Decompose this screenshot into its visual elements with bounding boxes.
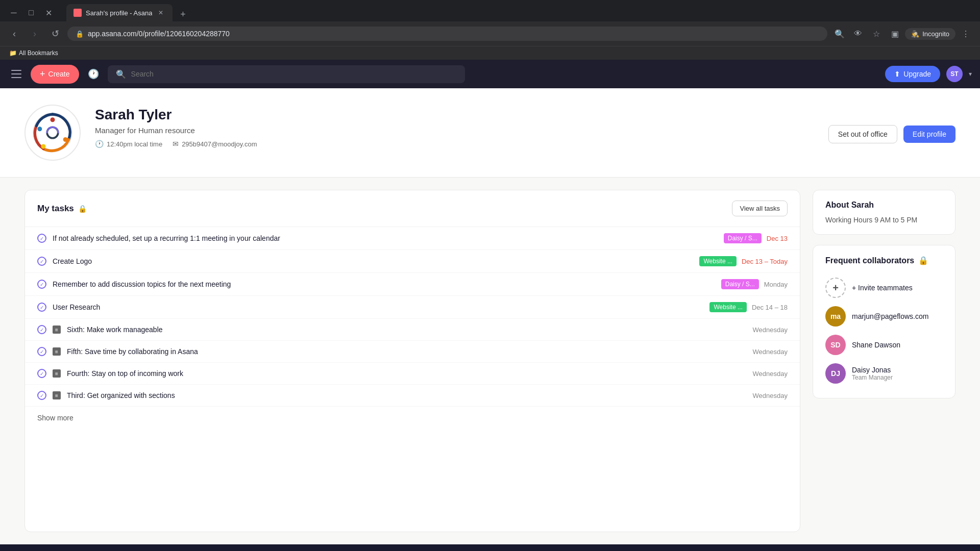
search-input[interactable] — [131, 70, 457, 78]
task-meta: Wednesday — [753, 326, 788, 334]
task-item: Remember to add discussion topics for th… — [25, 273, 800, 296]
task-meta: Wednesday — [753, 348, 788, 356]
task-meta: Website ...Dec 13 – Today — [699, 256, 788, 266]
tasks-title-text: My tasks — [37, 204, 74, 214]
task-item: If not already scheduled, set up a recur… — [25, 227, 800, 250]
bookmarks-folder[interactable]: 📁 All Bookmarks — [6, 48, 61, 58]
svg-point-9 — [41, 144, 46, 149]
reload-button[interactable]: ↺ — [47, 26, 63, 42]
task-checkbox[interactable] — [37, 369, 46, 378]
tab-close-button[interactable]: ✕ — [156, 8, 165, 17]
task-item: ≡Third: Get organized with sectionsWedne… — [25, 385, 800, 407]
bookmarks-bar: 📁 All Bookmarks — [0, 46, 980, 60]
lens-button[interactable]: 👁 — [850, 26, 866, 42]
toolbar-icons: 🔍 👁 ☆ ▣ 🕵 Incognito ⋮ — [831, 26, 974, 42]
task-checkbox[interactable] — [37, 325, 46, 334]
task-type-icon: ≡ — [53, 347, 61, 356]
minimize-button[interactable]: ─ — [6, 5, 21, 20]
working-hours: Working Hours 9 AM to 5 PM — [825, 216, 943, 224]
profile-content: Sarah Tyler Manager for Human resource 🕐… — [0, 88, 980, 544]
view-all-tasks-button[interactable]: View all tasks — [732, 201, 788, 216]
show-more-button[interactable]: Show more — [25, 407, 800, 429]
profile-header: Sarah Tyler Manager for Human resource 🕐… — [0, 88, 980, 178]
upgrade-button[interactable]: ⬆ Upgrade — [885, 66, 940, 82]
task-tag: Website ... — [709, 302, 746, 312]
task-checkbox[interactable] — [37, 391, 46, 400]
profile-email-address: 295b9407@moodjoy.com — [182, 140, 257, 148]
task-name: Fourth: Stay on top of incoming work — [67, 369, 747, 378]
sidebar-button[interactable]: ▣ — [887, 26, 903, 42]
collaborator-avatar: ma — [825, 306, 846, 327]
task-type-icon: ≡ — [53, 325, 61, 334]
collaborator-item[interactable]: SDShane Dawson — [825, 331, 943, 359]
collaborator-info: Daisy JonasTeam Manager — [852, 366, 943, 381]
forward-button[interactable]: › — [27, 26, 43, 42]
nav-avatar[interactable]: ST — [946, 66, 963, 82]
task-checkbox[interactable] — [37, 234, 46, 243]
task-checkbox[interactable] — [37, 347, 46, 356]
svg-point-10 — [37, 127, 42, 131]
collaborators-panel: Frequent collaborators 🔒 + + Invite team… — [813, 245, 955, 398]
url-input[interactable] — [88, 30, 819, 38]
invite-label: + Invite teammates — [852, 284, 943, 292]
task-type-icon: ≡ — [53, 391, 61, 399]
collaborators-list: mamarjun@pageflows.comSDShane DawsonDJDa… — [825, 302, 943, 388]
edit-profile-button[interactable]: Edit profile — [903, 126, 955, 143]
task-checkbox[interactable] — [37, 257, 46, 266]
create-button[interactable]: + Create — [31, 65, 79, 84]
task-date: Wednesday — [753, 370, 788, 378]
asana-nav: + Create 🕐 🔍 ⬆ Upgrade ST ▾ — [0, 60, 980, 88]
svg-point-7 — [51, 117, 55, 122]
task-name: Create Logo — [53, 257, 693, 265]
svg-point-8 — [63, 137, 68, 142]
profile-role: Manager for Human resource — [95, 126, 814, 135]
address-bar[interactable]: 🔒 — [67, 27, 827, 41]
tasks-panel: My tasks 🔒 View all tasks If not already… — [24, 190, 800, 532]
browser-controls: ─ □ ✕ — [6, 5, 56, 20]
sidebar-toggle-button[interactable] — [8, 66, 24, 82]
bookmark-button[interactable]: ☆ — [868, 26, 885, 42]
task-item: ≡Fifth: Save time by collaborating in As… — [25, 341, 800, 363]
task-name: If not already scheduled, set up a recur… — [53, 234, 718, 242]
task-date: Dec 14 – 18 — [752, 304, 788, 311]
invite-info: + Invite teammates — [852, 284, 943, 292]
avatar-chevron-icon[interactable]: ▾ — [969, 70, 972, 78]
upgrade-label: Upgrade — [903, 70, 931, 78]
task-checkbox[interactable] — [37, 280, 46, 289]
set-out-of-office-button[interactable]: Set out of office — [828, 125, 897, 143]
svg-point-2 — [77, 10, 79, 13]
history-button[interactable]: 🕐 — [85, 66, 102, 82]
search-icon-btn[interactable]: 🔍 — [831, 26, 848, 42]
profile-main: My tasks 🔒 View all tasks If not already… — [0, 178, 980, 544]
task-checkbox[interactable] — [37, 303, 46, 312]
task-name: Fifth: Save time by collaborating in Asa… — [67, 347, 747, 356]
folder-icon: 📁 — [9, 49, 17, 57]
invite-collaborator-item[interactable]: + + Invite teammates — [825, 273, 943, 302]
new-tab-button[interactable]: + — [176, 7, 190, 21]
incognito-chip: 🕵 Incognito — [905, 28, 955, 40]
more-options-button[interactable]: ⋮ — [958, 26, 974, 42]
search-bar[interactable]: 🔍 — [108, 65, 465, 83]
collaborator-item[interactable]: mamarjun@pageflows.com — [825, 302, 943, 331]
incognito-label: Incognito — [922, 30, 949, 38]
collaborator-role: Team Manager — [852, 374, 943, 381]
maximize-button[interactable]: □ — [23, 5, 39, 20]
task-list: If not already scheduled, set up a recur… — [25, 227, 800, 407]
profile-local-time: 12:40pm local time — [107, 140, 162, 148]
task-date: Dec 13 – Today — [742, 258, 788, 265]
task-date: Wednesday — [753, 348, 788, 356]
collaborator-info: Shane Dawson — [852, 341, 943, 349]
clock-icon: 🕐 — [95, 140, 104, 148]
tab-favicon — [74, 9, 82, 17]
collaborator-item[interactable]: DJDaisy JonasTeam Manager — [825, 359, 943, 388]
task-tag: Daisy / S... — [721, 279, 759, 289]
task-item: User ResearchWebsite ...Dec 14 – 18 — [25, 296, 800, 319]
clock-icon: 🕐 — [88, 68, 99, 80]
close-button[interactable]: ✕ — [41, 5, 56, 20]
active-tab[interactable]: Sarah's profile - Asana ✕ — [66, 4, 173, 21]
task-tag: Website ... — [699, 256, 736, 266]
task-date: Monday — [764, 281, 788, 288]
collaborator-avatar: SD — [825, 335, 846, 355]
task-date: Wednesday — [753, 326, 788, 334]
back-button[interactable]: ‹ — [6, 26, 22, 42]
